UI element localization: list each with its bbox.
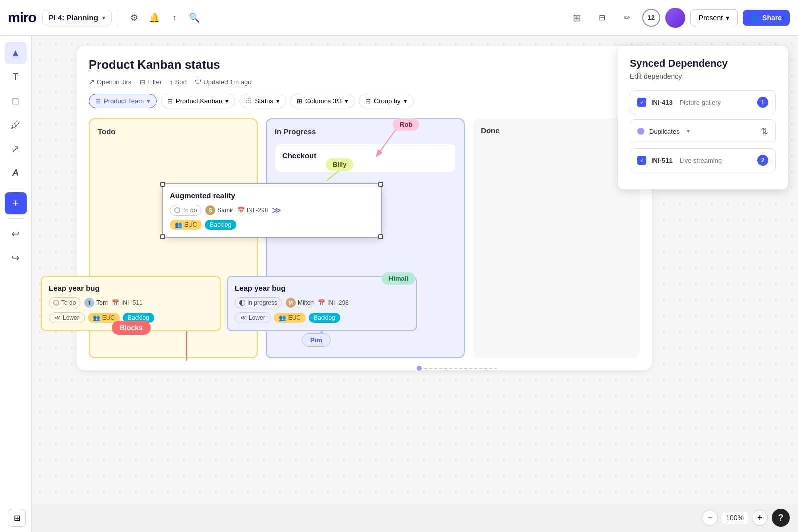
lyb-todo-assignee-label: Tom — [96, 300, 108, 306]
lyb-ip-ini-label: INI -298 — [328, 300, 349, 306]
inprogress-col-header: In Progress — [275, 128, 456, 136]
redo-tool[interactable]: ↪ — [5, 247, 27, 269]
present-chevron-icon: ▾ — [726, 14, 730, 22]
toolbar-separator2 — [8, 218, 24, 219]
ar-assignee-badge: S Samir — [206, 206, 233, 216]
ar-priority-icon: ≫ — [272, 205, 282, 216]
help-button[interactable]: ? — [772, 509, 790, 527]
dep-item-ini511[interactable]: ✓ INI-511 Live streaming 2 — [630, 148, 776, 172]
checkout-card-title: Checkout — [282, 152, 448, 160]
duplicates-item[interactable]: Duplicates ▾ ⇅ — [630, 120, 776, 144]
sync-subtitle[interactable]: Edit dependency — [630, 72, 776, 80]
cursor-tool[interactable]: ▲ — [5, 42, 27, 64]
lyb-todo-backlog-label: Backlog — [128, 314, 150, 322]
groupby-chip-icon: ⊟ — [366, 98, 371, 105]
dep-id-511: INI-511 — [652, 157, 673, 164]
search-button[interactable]: 🔍 — [186, 9, 204, 27]
calendar-icon3: 📅 — [318, 300, 326, 306]
sync-dependency-panel: Synced Dependency Edit dependency ✓ INI-… — [618, 46, 788, 190]
lyb-ip-euc-label: EUC — [288, 314, 301, 322]
sort-updown-icon[interactable]: ⇅ — [761, 126, 768, 137]
zoom-level-display[interactable]: 100% — [722, 512, 748, 524]
board-name-bar[interactable]: PI 4: Planning ▾ — [42, 10, 112, 26]
status-filter-chip[interactable]: ☰ Status ▾ — [240, 94, 286, 108]
board-dropdown-icon[interactable]: ▾ — [102, 14, 106, 22]
dep-name-413: Picture gallery — [680, 99, 721, 106]
ar-card-meta: To do S Samir 📅 INI -298 ≫ — [170, 205, 374, 216]
topbar-separator — [118, 10, 118, 26]
share-label: Share — [762, 14, 782, 22]
ar-status-label: To do — [182, 207, 197, 214]
bell-button[interactable]: 🔔 — [146, 9, 164, 27]
grid-app-button[interactable]: ⊞ — [568, 9, 586, 27]
dep-checkbox-413[interactable]: ✓ — [638, 98, 646, 107]
zoom-in-button[interactable]: + — [752, 510, 768, 526]
miro-logo[interactable]: miro — [8, 10, 36, 26]
pim-cursor-label: Pim — [302, 334, 331, 347]
dep-count-413: 1 — [758, 97, 768, 108]
lyb-ip-ini: 📅 INI -298 — [318, 300, 349, 306]
bottom-left-tools: ⊞ — [8, 509, 26, 527]
checkout-card[interactable]: Checkout — [275, 144, 456, 172]
dup-label: Duplicates — [650, 128, 680, 136]
filter-button[interactable]: ⊟ Filter — [140, 78, 162, 86]
team-chip-icon: ⊞ — [96, 98, 101, 105]
dep-item-ini413[interactable]: ✓ INI-413 Picture gallery 1 — [630, 90, 776, 114]
filter-label: Filter — [148, 78, 162, 86]
calendar-icon: 📅 — [238, 207, 245, 214]
zoom-out-button[interactable]: − — [702, 510, 718, 526]
ar-card-tags: 👥 EUC Backlog — [170, 220, 374, 230]
lyb-todo-ini: 📅 INI -511 — [112, 300, 143, 306]
groupby-filter-chip[interactable]: ⊟ Group by ▾ — [359, 94, 414, 108]
resize-handle-br[interactable] — [378, 234, 384, 240]
undo-tool[interactable]: ↩ — [5, 223, 27, 245]
collab-count-badge[interactable]: 12 — [642, 9, 660, 27]
add-tool[interactable]: + — [5, 192, 27, 214]
open-jira-label: Open in Jira — [97, 78, 132, 86]
user-avatar[interactable] — [666, 8, 686, 28]
augmented-reality-card[interactable]: Augmented reality To do S Samir 📅 INI -2… — [162, 184, 382, 238]
sort-button[interactable]: ↕ Sort — [170, 78, 187, 86]
open-jira-button[interactable]: ↗ Open in Jira — [89, 78, 132, 86]
board-chip-label: Product Kanban — [176, 98, 222, 105]
pen-tool[interactable]: 🖊 — [5, 114, 27, 136]
sticky-tool[interactable]: ◻ — [5, 90, 27, 112]
dep-checkbox-511[interactable]: ✓ — [638, 156, 646, 165]
gear-button[interactable]: ⚙ — [126, 9, 144, 27]
share-button[interactable]: 👤 Share — [743, 10, 790, 26]
filter-icon: ⊟ — [140, 78, 146, 86]
text-tool[interactable]: T — [5, 66, 27, 88]
sidebar-toggle-button[interactable]: ⊞ — [8, 509, 26, 527]
dep-name-511: Live streaming — [680, 157, 722, 164]
resize-handle-tl[interactable] — [160, 182, 166, 187]
font-tool[interactable]: A — [5, 162, 27, 184]
resize-handle-bl[interactable] — [160, 234, 166, 240]
sort-icon: ↕ — [170, 78, 174, 86]
arrow-tool[interactable]: ↗ — [5, 138, 27, 160]
tom-avatar: T — [84, 298, 94, 308]
share-upload-button[interactable]: ↑ — [166, 9, 184, 27]
updated-label: Updated 1m ago — [204, 78, 252, 86]
present-button[interactable]: Present ▾ — [690, 10, 738, 26]
dep-id-413: INI-413 — [652, 99, 673, 106]
annotation-button[interactable]: ✏ — [618, 9, 636, 27]
left-toolbar: ▲ T ◻ 🖊 ↗ A + ↩ ↪ — [0, 36, 32, 532]
done-column: Done — [473, 118, 640, 358]
team-filter-chip[interactable]: ⊞ Product Team ▾ — [89, 94, 157, 108]
ar-status-badge: To do — [170, 205, 202, 216]
canvas[interactable]: Product Kanban status ↗ Open in Jira ⊟ F… — [32, 36, 798, 504]
board-chip-chevron: ▾ — [226, 98, 229, 105]
columns-filter-chip[interactable]: ⊞ Columns 3/3 ▾ — [290, 94, 355, 108]
lyb-ip-backlog-tag: Backlog — [309, 313, 340, 323]
ar-backlog-label: Backlog — [210, 222, 232, 228]
columns-chip-chevron: ▾ — [345, 98, 348, 105]
lyb-todo-title: Leap year bug — [49, 284, 213, 292]
status-chip-label: Status — [255, 98, 274, 105]
board-filter-chip[interactable]: ⊟ Product Kanban ▾ — [161, 94, 236, 108]
status-chip-chevron: ▾ — [276, 98, 280, 105]
resize-handle-tr[interactable] — [378, 182, 384, 187]
topbar: miro PI 4: Planning ▾ ⚙ 🔔 ↑ 🔍 ⊞ ⊟ ✏ 12 P… — [0, 0, 798, 36]
board-name-label: PI 4: Planning — [49, 14, 98, 22]
lyb-todo-priority-label: Lower — [63, 314, 80, 322]
filter2-button[interactable]: ⊟ — [594, 9, 612, 27]
